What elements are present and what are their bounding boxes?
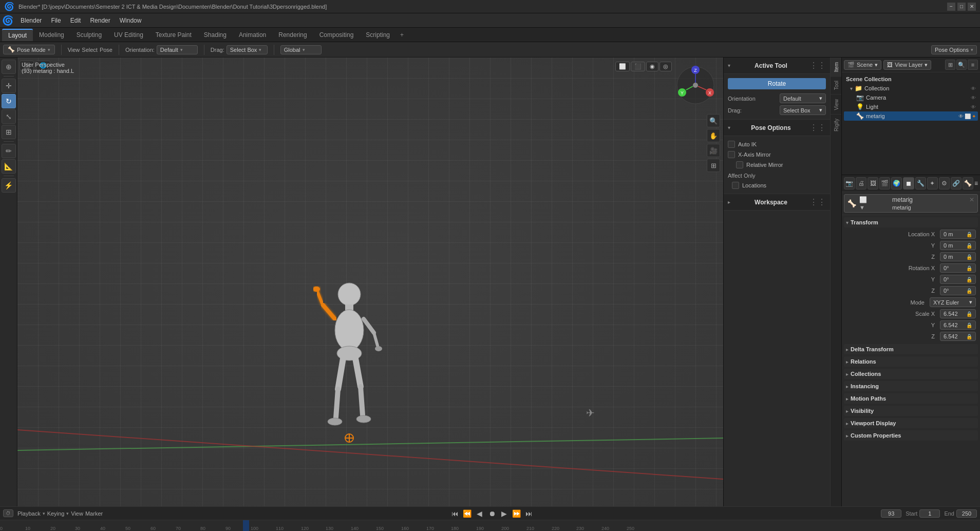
view-layer-dropdown[interactable]: 🖼 View Layer ▾ <box>883 60 931 70</box>
stop-button[interactable]: ⏺ <box>487 508 497 519</box>
camera-vis-icon[interactable]: 👁 <box>971 95 976 101</box>
scale-tool[interactable]: ⤡ <box>2 109 16 124</box>
object-unlink-icon[interactable]: ✕ <box>969 196 974 203</box>
workspace-header[interactable]: ▸ Workspace ⋮⋮ <box>724 194 830 211</box>
light-vis-icon[interactable]: 👁 <box>971 104 976 110</box>
outliner-collection[interactable]: ▾ 📁 Collection 👁 <box>844 84 978 93</box>
zoom-in-icon[interactable]: 🔍 <box>707 114 720 127</box>
visibility-header[interactable]: ▸ Visibility <box>844 406 978 416</box>
global-dropdown[interactable]: Global ▾ <box>280 45 322 54</box>
tab-sculpting[interactable]: Sculpting <box>70 29 108 41</box>
scene-props-icon[interactable]: 🎬 <box>879 177 890 189</box>
active-tool-header[interactable]: ▾ Active Tool ⋮⋮ <box>724 58 830 74</box>
outliner-metarig[interactable]: 🦴 metarig 👁 ⬜ ✦ <box>844 111 978 121</box>
tab-rendering[interactable]: Rendering <box>272 29 313 41</box>
locations-checkbox[interactable] <box>732 182 739 189</box>
filter-props-icon[interactable]: ≡ <box>974 180 978 187</box>
menu-window[interactable]: Render <box>86 16 114 25</box>
metarig-vis-icon[interactable]: 👁 <box>958 113 964 119</box>
mode-selector[interactable]: 🦴 Pose Mode ▾ <box>3 45 55 54</box>
orientation-value-dropdown[interactable]: Default ▾ <box>780 93 826 103</box>
delta-transform-header[interactable]: ▸ Delta Transform <box>844 344 978 354</box>
modifier-props-icon[interactable]: 🔧 <box>915 177 926 189</box>
tab-rigify[interactable]: Rigify <box>831 114 841 136</box>
timeline-type-selector[interactable]: ⏱ <box>3 509 13 517</box>
menu-file[interactable]: Blender <box>16 16 46 25</box>
tab-item[interactable]: Item <box>831 58 841 76</box>
search-icon[interactable]: 🔍 <box>956 60 967 70</box>
drag-dropdown[interactable]: Select Box ▾ <box>227 45 268 54</box>
rotation-mode-dropdown[interactable]: XYZ Euler ▾ <box>930 297 976 307</box>
data-props-icon[interactable]: 🦴 <box>963 177 973 189</box>
playback-menu[interactable]: Playback <box>17 510 41 517</box>
view-menu-item[interactable]: View <box>68 47 80 53</box>
tab-uv-editing[interactable]: UV Editing <box>108 29 149 41</box>
outliner-light[interactable]: 💡 Light 👁 <box>844 102 978 111</box>
tab-shading[interactable]: Shading <box>198 29 233 41</box>
object-props-icon[interactable]: ◼ <box>903 177 914 189</box>
maximize-button[interactable]: □ <box>957 3 966 11</box>
pose-options-header[interactable]: ▾ Pose Options ⋮⋮ <box>724 120 830 136</box>
tab-texture-paint[interactable]: Texture Paint <box>149 29 198 41</box>
rotate-button[interactable]: Rotate <box>728 78 826 89</box>
custom-properties-header[interactable]: ▸ Custom Properties <box>844 430 978 441</box>
navigation-gizmo[interactable]: Z X Y <box>675 65 716 106</box>
3d-viewport[interactable]: ⬛ 🌐 User Perspective (93) metarig : hand… <box>17 58 723 506</box>
x-axis-mirror-checkbox[interactable] <box>728 151 735 158</box>
filter-icon[interactable]: ⊞ <box>945 60 955 70</box>
shading-solid-button[interactable]: ⬛ <box>631 62 645 71</box>
render-props-icon[interactable]: 📷 <box>844 177 855 189</box>
tab-scripting[interactable]: Scripting <box>360 29 396 41</box>
world-props-icon[interactable]: 🌍 <box>891 177 902 189</box>
transform-section-header[interactable]: ▾ Transform <box>844 217 978 227</box>
frame-ruler[interactable]: 0102030405060708090100110120130140150160… <box>0 520 980 531</box>
tab-modeling[interactable]: Modeling <box>33 29 70 41</box>
marker-menu[interactable]: Marker <box>85 510 103 517</box>
view-menu[interactable]: View <box>71 510 83 517</box>
keying-menu[interactable]: Keying <box>47 510 65 517</box>
close-button[interactable]: ✕ <box>968 3 976 11</box>
menu-help[interactable]: Window <box>116 16 146 25</box>
tab-view[interactable]: View <box>831 94 841 115</box>
transform-tool[interactable]: ⊞ <box>2 125 16 139</box>
window-controls[interactable]: − □ ✕ <box>947 3 976 11</box>
hand-tool-icon[interactable]: ✋ <box>707 129 720 142</box>
rotation-x-input[interactable]: 0° 🔒 <box>940 263 976 273</box>
annotate-tool[interactable]: ✏ <box>2 144 16 158</box>
current-frame-input[interactable]: 93 <box>881 509 901 518</box>
pose-options-dropdown[interactable]: Pose Options ▾ <box>931 45 977 54</box>
location-x-input[interactable]: 0 m 🔒 <box>940 230 976 239</box>
drag-value-dropdown[interactable]: Select Box ▾ <box>780 105 826 115</box>
metarig-mode-icon[interactable]: ✦ <box>972 113 976 119</box>
jump-to-start-button[interactable]: ⏮ <box>450 508 460 519</box>
output-props-icon[interactable]: 🖨 <box>856 177 866 189</box>
camera-view-icon[interactable]: 🎥 <box>707 144 720 157</box>
grid-view-icon[interactable]: ⊞ <box>707 159 720 172</box>
orientation-dropdown[interactable]: Default ▾ <box>157 45 198 54</box>
play-back-button[interactable]: ◀ <box>475 508 485 519</box>
tab-tool[interactable]: Tool <box>831 76 841 94</box>
rotation-z-input[interactable]: 0° 🔒 <box>940 286 976 295</box>
filter2-icon[interactable]: ≡ <box>968 60 978 70</box>
location-z-input[interactable]: 0 m 🔒 <box>940 252 976 261</box>
measure-tool[interactable]: 📐 <box>2 159 16 174</box>
minimize-button[interactable]: − <box>947 3 955 11</box>
instancing-header[interactable]: ▸ Instancing <box>844 381 978 391</box>
relative-mirror-checkbox[interactable] <box>736 161 743 168</box>
start-frame-input[interactable]: 1 <box>919 509 940 518</box>
cursor-tool[interactable]: ⊕ <box>2 60 16 74</box>
rotate-tool[interactable]: ↻ <box>2 94 16 108</box>
scene-dropdown[interactable]: 🎬 Scene ▾ <box>844 60 881 70</box>
shading-material-button[interactable]: ◉ <box>646 62 658 71</box>
viewport-display-header[interactable]: ▸ Viewport Display <box>844 418 978 428</box>
physics-props-icon[interactable]: ⚙ <box>939 177 950 189</box>
scale-z-input[interactable]: 6.542 🔒 <box>940 332 976 341</box>
collections-header[interactable]: ▸ Collections <box>844 369 978 379</box>
rotation-y-input[interactable]: 0° 🔒 <box>940 275 976 284</box>
pose-relax-tool[interactable]: ⚡ <box>2 178 16 193</box>
move-tool[interactable]: ✛ <box>2 79 16 93</box>
scale-x-input[interactable]: 6.542 🔒 <box>940 309 976 318</box>
scale-y-input[interactable]: 6.542 🔒 <box>940 320 976 330</box>
location-y-input[interactable]: 0 m 🔒 <box>940 241 976 250</box>
tab-compositing[interactable]: Compositing <box>313 29 360 41</box>
